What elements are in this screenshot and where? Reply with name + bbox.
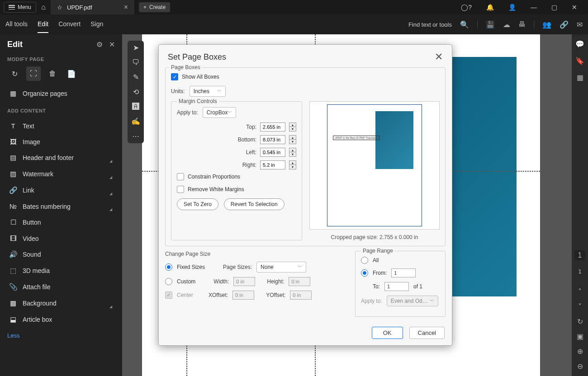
right-label: Right: [242, 162, 256, 168]
page-sizes-label: Page Sizes: [223, 264, 252, 270]
top-spinner[interactable]: ▲▼ [289, 122, 296, 132]
apply-to-select[interactable]: CropBox ﹀ [203, 107, 237, 118]
bottom-label: Bottom: [238, 136, 256, 143]
set-page-boxes-dialog: Set Page Boxes ✕ Page Boxes ✓ Show All B… [158, 44, 452, 346]
constrain-label: Constrain Proportions [188, 174, 240, 180]
bottom-spinner[interactable]: ▲▼ [289, 135, 296, 144]
yoffset-label: YOffset: [266, 292, 285, 298]
preview-box: UPDF is the Best AI PDF Translator [309, 101, 440, 230]
dialog-overlay: Set Page Boxes ✕ Page Boxes ✓ Show All B… [0, 0, 588, 376]
pr-apply-select[interactable]: Even and Odd Page ﹀ [387, 296, 438, 306]
fixed-sizes-label: Fixed Sizes [177, 264, 205, 270]
page-boxes-legend: Page Boxes [169, 64, 202, 70]
preview-image [375, 111, 413, 169]
height-label: Height: [267, 278, 284, 285]
page-boxes-fieldset: Page Boxes ✓ Show All Boxes Units: Inche… [165, 67, 446, 246]
dialog-footer: OK Cancel [159, 322, 452, 345]
preview-column: UPDF is the Best AI PDF Translator Cropp… [309, 101, 440, 240]
preview-page: UPDF is the Best AI PDF Translator [327, 104, 422, 226]
show-all-label: Show All Boxes [182, 74, 219, 80]
dialog-header: Set Page Boxes ✕ [159, 45, 452, 67]
chevron-down-icon: ﹀ [430, 298, 434, 304]
cropped-caption: Cropped page size: 2.755 x 0.000 in [309, 234, 440, 240]
remove-white-label: Remove White Margins [188, 186, 244, 193]
width-input[interactable] [233, 277, 255, 286]
custom-radio[interactable] [165, 278, 172, 285]
page-range-box: Page Range All From: To: [355, 251, 446, 317]
ok-button[interactable]: OK [372, 327, 403, 339]
fixed-sizes-radio[interactable] [165, 263, 172, 271]
from-input[interactable] [391, 268, 416, 277]
left-spinner[interactable]: ▲▼ [289, 148, 296, 157]
chevron-down-icon: ﹀ [228, 109, 232, 116]
all-label: All [373, 257, 379, 263]
to-label: To: [373, 283, 380, 290]
xoffset-label: XOffset: [209, 292, 228, 298]
to-input[interactable] [384, 282, 409, 291]
dialog-title: Set Page Boxes [168, 52, 226, 62]
yoffset-input[interactable] [290, 291, 312, 300]
bottom-input[interactable] [260, 135, 285, 144]
top-label: Top: [246, 124, 256, 130]
center-label: Center [177, 292, 193, 298]
change-size-label: Change Page Size [165, 251, 346, 257]
xoffset-input[interactable] [232, 291, 254, 300]
height-input[interactable] [289, 277, 310, 286]
revert-button[interactable]: Revert To Selection [224, 198, 285, 210]
width-label: Width: [213, 278, 229, 285]
cancel-button[interactable]: Cancel [409, 327, 445, 339]
margin-controls-legend: Margin Controls [177, 98, 219, 104]
top-input[interactable] [260, 122, 285, 132]
chevron-down-icon: ﹀ [217, 88, 222, 94]
page-range-legend: Page Range [361, 248, 395, 254]
all-radio[interactable] [361, 257, 368, 264]
apply-to-label: Apply to: [177, 109, 198, 116]
show-all-boxes-checkbox[interactable]: ✓ [171, 73, 178, 80]
from-label: From: [373, 270, 387, 276]
remove-white-checkbox[interactable] [177, 186, 184, 193]
custom-label: Custom [177, 278, 195, 285]
center-checkbox: ✓ [165, 291, 172, 299]
of-label: of 1 [413, 283, 422, 290]
left-input[interactable] [260, 148, 285, 157]
constrain-checkbox[interactable] [177, 173, 184, 180]
set-to-zero-button[interactable]: Set To Zero [177, 198, 218, 210]
units-select[interactable]: Inches ﹀ [190, 86, 226, 97]
change-page-size: Change Page Size Fixed Sizes Page Sizes:… [165, 251, 346, 317]
units-label: Units: [171, 88, 185, 94]
page-sizes-select[interactable]: None ﹀ [256, 262, 306, 273]
right-input[interactable] [260, 160, 285, 169]
pr-apply-label: Apply to: [361, 298, 382, 304]
margin-controls-box: Margin Controls Apply to: CropBox ﹀ [171, 101, 302, 240]
left-label: Left: [246, 149, 256, 155]
from-radio[interactable] [361, 269, 368, 277]
dialog-close-icon[interactable]: ✕ [435, 51, 443, 63]
chevron-down-icon: ﹀ [298, 264, 302, 270]
right-spinner[interactable]: ▲▼ [289, 160, 296, 169]
preview-text: UPDF is the Best AI PDF Translator [333, 136, 379, 140]
